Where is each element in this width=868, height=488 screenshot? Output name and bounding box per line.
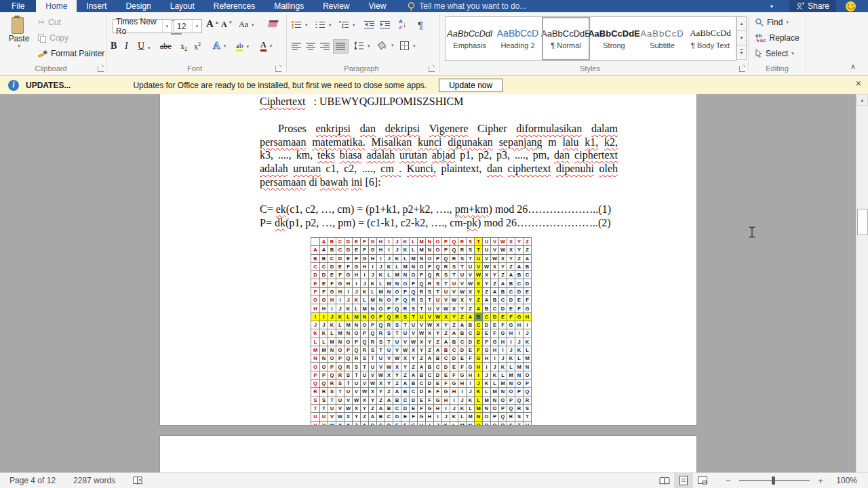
dropdown-caret-icon[interactable]: ▾ <box>770 3 773 9</box>
feedback-smiley-icon[interactable] <box>846 1 856 12</box>
vigenere-table[interactable]: ABCDEFGHIJKLMNOPQRSTUVWXYZAABCDEFGHIJKLM… <box>311 237 532 425</box>
scrollbar-thumb[interactable] <box>857 209 868 235</box>
paragraph-dialog-launcher[interactable] <box>429 66 435 72</box>
vertical-scrollbar[interactable]: ▲ <box>856 94 868 472</box>
zoom-slider-thumb[interactable] <box>772 476 775 485</box>
styles-scroll-down[interactable]: ▼ <box>736 31 747 45</box>
proofing-icon[interactable] <box>133 476 143 485</box>
vigenere-header-cell: H <box>377 238 385 246</box>
copy-button[interactable]: Copy <box>38 33 68 43</box>
cut-button[interactable]: ✂ Cut <box>38 18 61 27</box>
align-center-button[interactable] <box>306 42 316 51</box>
collapse-ribbon-icon[interactable]: ∧ <box>850 62 856 71</box>
vigenere-cell: J <box>524 329 532 338</box>
align-center-icon <box>306 42 316 51</box>
tab-references[interactable]: References <box>204 0 264 12</box>
align-right-button[interactable] <box>320 42 330 51</box>
decrease-indent-button[interactable] <box>364 20 375 29</box>
font-color-button[interactable]: A▾ <box>260 41 272 52</box>
style-emphasis[interactable]: AaBbCcDdlEmphasis <box>446 17 494 60</box>
zoom-level[interactable]: 100% <box>833 476 857 485</box>
italic-button[interactable]: I <box>125 41 128 52</box>
shrink-font-button[interactable]: A▼ <box>221 20 233 30</box>
share-button[interactable]: Share <box>789 0 836 12</box>
tab-view[interactable]: View <box>359 0 396 12</box>
bold-button[interactable]: B <box>111 41 117 52</box>
replace-icon: ab↳ac <box>755 33 766 43</box>
tab-mailings[interactable]: Mailings <box>264 0 313 12</box>
align-left-button[interactable] <box>292 42 302 51</box>
font-size-combo[interactable]: 12▾ <box>174 19 202 33</box>
justify-button[interactable] <box>334 40 348 53</box>
vigenere-cell: K <box>450 413 458 421</box>
font-dialog-launcher[interactable] <box>275 66 281 72</box>
increase-indent-button[interactable] <box>380 20 391 29</box>
underline-label: U <box>138 41 144 52</box>
web-layout-button[interactable] <box>693 473 712 488</box>
borders-button[interactable]: ▾ <box>400 41 416 50</box>
font-name-combo[interactable]: Times New Ro▾ <box>113 19 172 33</box>
tab-insert[interactable]: Insert <box>77 0 116 12</box>
zoom-out-button[interactable]: − <box>724 476 732 486</box>
style-normal[interactable]: AaBbCcDdE¶ Normal <box>542 17 590 60</box>
multilevel-list-button[interactable]: ▾ <box>339 20 355 29</box>
font-size-caret-icon[interactable]: ▾ <box>192 20 201 33</box>
clipboard-dialog-launcher[interactable] <box>98 66 104 72</box>
highlight-button[interactable]: ab▾ <box>236 41 249 52</box>
numbering-button[interactable]: ▾ <box>315 20 332 29</box>
superscript-button[interactable]: x2 <box>194 41 201 52</box>
paste-caret-icon[interactable]: ▾ <box>5 43 33 49</box>
update-now-button[interactable]: Update now <box>439 79 502 92</box>
shading-button[interactable]: ▾ <box>377 41 394 50</box>
grow-font-button[interactable]: A▲ <box>206 18 219 30</box>
style-bodytext[interactable]: AaBbCcDd¶ Body Text <box>686 17 734 60</box>
show-marks-button[interactable]: ¶ <box>418 19 423 30</box>
vigenere-header-cell: B <box>311 255 320 263</box>
vigenere-cell: V <box>475 263 483 271</box>
font-name-caret-icon[interactable]: ▾ <box>162 20 172 33</box>
format-painter-button[interactable]: Format Painter <box>38 49 104 58</box>
vigenere-cell: I <box>442 405 450 413</box>
line-spacing-button[interactable]: ▾ <box>354 41 370 51</box>
strikethrough-button[interactable]: abe <box>160 41 172 52</box>
paste-button[interactable]: Paste ▾ <box>5 16 33 49</box>
tab-home[interactable]: Home <box>36 0 77 12</box>
find-button[interactable]: Find▾ <box>755 18 789 27</box>
styles-scroll-up[interactable]: ▲ <box>736 16 747 31</box>
vigenere-cell: W <box>361 388 369 396</box>
change-case-button[interactable]: Aa▾ <box>239 20 254 30</box>
tell-me-box[interactable]: Tell me what you want to do... <box>408 1 526 11</box>
select-button[interactable]: Select▾ <box>755 49 794 58</box>
vigenere-cell: R <box>336 371 344 380</box>
underline-button[interactable]: U <box>138 41 144 52</box>
tab-design[interactable]: Design <box>116 0 160 12</box>
vigenere-cell: U <box>450 279 458 287</box>
close-icon[interactable]: × <box>856 78 861 89</box>
print-layout-button[interactable] <box>674 473 693 488</box>
vigenere-header-cell: I <box>311 313 320 321</box>
bullets-button[interactable]: ▾ <box>292 20 308 29</box>
style-heading2[interactable]: AaBbCcDHeading 2 <box>494 17 542 60</box>
vigenere-cell: M <box>344 321 353 329</box>
zoom-slider[interactable] <box>739 480 810 481</box>
read-mode-button[interactable] <box>655 473 674 488</box>
style-strong[interactable]: AaBbCcDdEStrong <box>590 17 638 60</box>
word-count[interactable]: 2287 words <box>73 476 115 485</box>
page-indicator[interactable]: Page 4 of 12 <box>9 476 56 485</box>
tab-file[interactable]: File <box>0 0 36 12</box>
zoom-in-button[interactable]: + <box>816 476 825 486</box>
styles-more-button[interactable]: ▼ <box>736 45 747 60</box>
text-effects-button[interactable]: A▾ <box>213 40 226 52</box>
font-group-label: Font <box>157 64 232 73</box>
tab-layout[interactable]: Layout <box>161 0 204 12</box>
style-subtitle[interactable]: AaBbCcDSubtitle <box>638 17 686 60</box>
sort-button[interactable]: AZ ↓ <box>399 18 406 30</box>
underline-caret-icon[interactable]: ▾ <box>148 45 151 51</box>
vigenere-cell: E <box>320 279 328 287</box>
replace-button[interactable]: ab↳ac Replace <box>755 33 800 43</box>
vigenere-cell: J <box>328 313 336 321</box>
scroll-up-icon[interactable]: ▲ <box>856 94 868 106</box>
tab-review[interactable]: Review <box>313 0 359 12</box>
clear-formatting-button[interactable] <box>269 20 277 27</box>
subscript-button[interactable]: x2 <box>180 41 187 52</box>
